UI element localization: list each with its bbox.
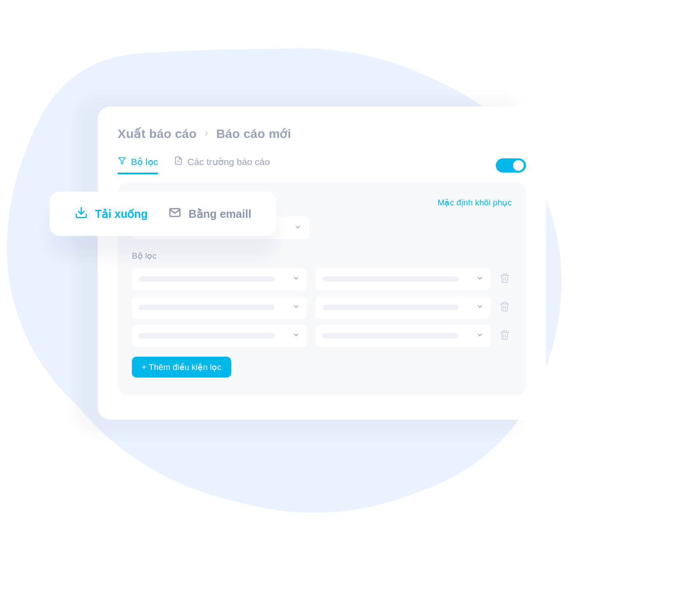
chevron-down-icon [293,303,300,312]
placeholder-skeleton [323,333,459,338]
placeholder-skeleton [323,305,459,310]
send-email-option[interactable]: Bằng emaill [168,206,251,222]
chevron-down-icon [476,303,483,312]
tab-filter[interactable]: Bộ lọc [118,156,158,174]
chevron-down-icon [293,275,300,283]
document-icon [174,156,183,167]
filter-field-select[interactable] [132,296,307,319]
chevron-right-icon [203,128,210,140]
mail-icon [168,206,182,222]
tab-fields-label: Các trường báo cáo [187,157,270,167]
tabs: Bộ lọc Các trường báo cáo [118,156,270,174]
filter-value-select[interactable] [316,296,490,319]
download-icon [75,206,88,222]
filter-row [132,325,512,347]
chevron-down-icon [294,223,301,233]
filter-field-select[interactable] [132,325,307,347]
add-filter-button[interactable]: + Thêm điều kiện lọc [132,357,231,378]
download-label: Tải xuống [95,208,148,220]
toggle-switch[interactable] [496,158,526,173]
filter-value-select[interactable] [316,325,490,347]
filter-field-select[interactable] [132,268,307,290]
breadcrumb-root[interactable]: Xuất báo cáo [118,126,197,141]
chevron-down-icon [476,331,483,340]
chevron-down-icon [476,275,483,283]
toggle-knob [513,160,524,171]
placeholder-skeleton [139,305,275,310]
chevron-down-icon [293,331,300,340]
delete-filter-button[interactable] [499,301,512,314]
email-label: Bằng emaill [189,208,251,220]
delete-filter-button[interactable] [499,330,512,342]
delete-filter-button[interactable] [499,273,512,285]
tab-filter-label: Bộ lọc [131,157,158,167]
svg-marker-0 [119,157,126,163]
report-builder-card: Xuất báo cáo Báo cáo mới Bộ lọc Các [98,106,546,420]
filter-value-select[interactable] [316,268,490,290]
breadcrumb-current: Báo cáo mới [216,126,291,141]
placeholder-skeleton [323,276,459,282]
filter-row [132,268,512,290]
filter-icon [118,156,127,167]
download-option[interactable]: Tải xuống [75,206,148,222]
placeholder-skeleton [139,276,275,282]
reset-defaults-link[interactable]: Mặc định khôi phục [438,197,512,208]
breadcrumb: Xuất báo cáo Báo cáo mới [118,126,526,141]
filter-row [132,296,512,319]
placeholder-skeleton [139,333,275,338]
export-popover: Tải xuống Bằng emaill [50,192,276,236]
tab-report-fields[interactable]: Các trường báo cáo [174,156,270,174]
